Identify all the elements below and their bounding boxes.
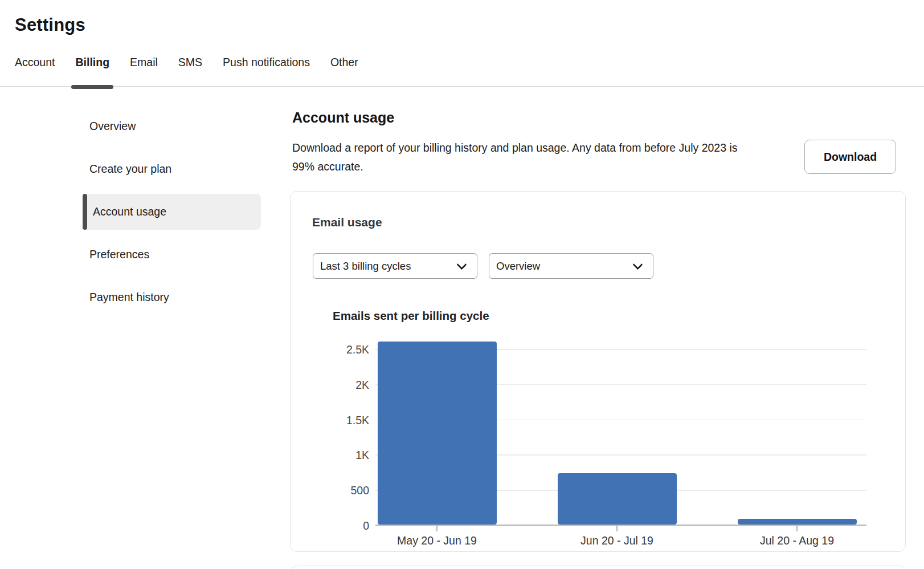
section-heading: Account usage [292,109,394,126]
tab-sms[interactable]: SMS [178,55,202,86]
tab-bar: Account Billing Email SMS Push notificat… [0,55,924,87]
y-axis-tick-label: 500 [329,483,369,497]
y-axis-tick-label: 1.5K [329,413,369,427]
sidebar-item-payment-history[interactable]: Payment history [83,279,262,315]
sidebar-item-label: Preferences [89,248,149,261]
sidebar-item-label: Create your plan [89,162,171,176]
sidebar-item-overview[interactable]: Overview [83,108,262,144]
next-card-top-edge [290,566,906,569]
x-axis-tick-label: May 20 - Jun 19 [363,534,511,547]
card-title: Email usage [312,216,382,229]
sidebar-item-create-your-plan[interactable]: Create your plan [83,151,262,187]
chart-bar [558,473,677,525]
chart-plot: 05001K1.5K2K2.5KMay 20 - Jun 19Jun 20 - … [375,331,866,526]
x-axis-tick-mark [436,526,438,531]
tab-other[interactable]: Other [330,55,358,86]
tab-push-notifications[interactable]: Push notifications [223,55,310,86]
x-axis-tick-label: Jul 20 - Aug 19 [723,534,871,547]
view-select-value: Overview [496,260,540,273]
y-axis-tick-label: 2.5K [329,343,369,356]
sidebar-item-account-usage[interactable]: Account usage [83,194,261,230]
settings-page: Settings Account Billing Email SMS Push … [0,0,924,569]
chevron-down-icon [456,259,467,269]
tab-account[interactable]: Account [15,55,55,86]
x-axis-tick-label: Jun 20 - Jul 19 [543,534,691,547]
download-button[interactable]: Download [804,140,896,174]
y-axis-tick-label: 1K [329,448,369,462]
billing-sidebar: Overview Create your plan Account usage … [83,108,262,322]
view-select[interactable]: Overview [489,253,653,279]
section-description: Download a report of your billing histor… [292,139,751,176]
tab-email[interactable]: Email [130,55,158,86]
chevron-down-icon [632,259,643,269]
billing-cycle-select-value: Last 3 billing cycles [320,260,411,273]
x-axis-tick-mark [796,526,798,531]
email-usage-card: Email usage Last 3 billing cycles Overvi… [290,191,906,552]
y-axis-tick-label: 2K [329,378,369,392]
sidebar-item-label: Account usage [93,205,166,218]
sidebar-item-preferences[interactable]: Preferences [83,237,262,273]
active-item-accent-bar [83,194,87,230]
x-axis-tick-mark [616,526,618,531]
page-title: Settings [15,15,85,35]
tab-billing[interactable]: Billing [75,55,109,86]
billing-cycle-select[interactable]: Last 3 billing cycles [313,253,477,279]
chart-title: Emails sent per billing cycle [333,309,489,323]
chart-bar [738,519,857,525]
sidebar-item-label: Payment history [89,291,169,304]
y-axis-tick-label: 0 [329,519,369,533]
sidebar-item-label: Overview [89,120,136,133]
chart-bar [378,342,497,525]
